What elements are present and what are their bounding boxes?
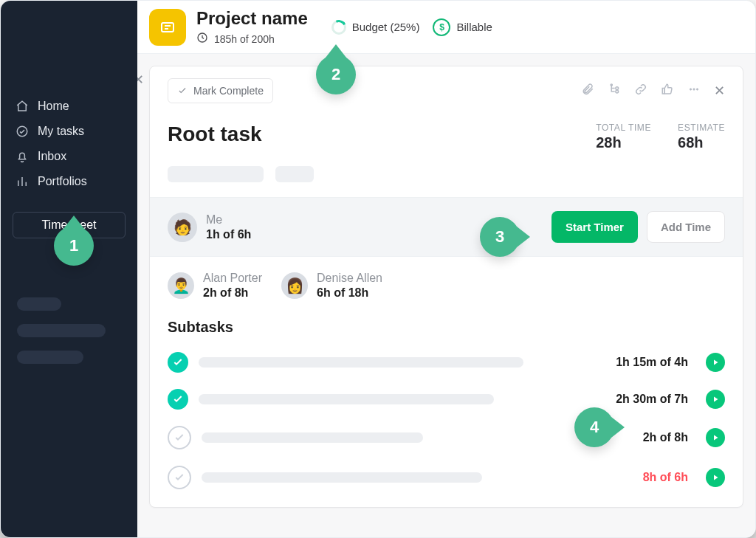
progress-ring-icon xyxy=(331,20,346,35)
collaborator: 👨‍🦱 Alan Porter 2h of 8h xyxy=(168,272,262,300)
collaborators: 👨‍🦱 Alan Porter 2h of 8h 👩 Denise Allen xyxy=(168,272,725,300)
attachment-icon[interactable] xyxy=(581,83,594,99)
assignee-row: 🧑 Me 1h of 6h Start Timer Add Time xyxy=(150,197,743,257)
close-pane-icon[interactable]: ✕ xyxy=(714,84,725,97)
subtask-title-skeleton xyxy=(202,472,482,483)
chip-billable: $ Billable xyxy=(433,18,492,36)
svg-point-6 xyxy=(690,89,691,90)
chip-budget: Budget (25%) xyxy=(331,20,420,35)
assignee-time: 1h of 6h xyxy=(206,228,251,241)
subtask-icon[interactable] xyxy=(608,83,621,99)
sidebar-nav: Home My tasks Inbox xyxy=(1,89,137,201)
sidebar-skeleton xyxy=(1,297,137,364)
close-icon[interactable]: ✕ xyxy=(137,72,144,88)
subtask-title-skeleton xyxy=(202,432,423,443)
estimate-stat: ESTIMATE 68h xyxy=(678,123,725,151)
play-icon[interactable] xyxy=(706,390,725,409)
avatar: 👨‍🦱 xyxy=(168,272,194,299)
callout-2: 2 xyxy=(316,55,356,94)
callout-4: 4 xyxy=(574,407,614,447)
bell-icon xyxy=(16,150,29,163)
play-icon[interactable] xyxy=(706,428,725,447)
check-todo-icon[interactable] xyxy=(168,466,191,489)
svg-point-7 xyxy=(693,89,695,90)
svg-point-5 xyxy=(616,90,619,93)
callout-3: 3 xyxy=(480,217,520,257)
thumbs-up-icon[interactable] xyxy=(661,83,674,99)
svg-rect-1 xyxy=(162,23,173,32)
assignee-name: Me xyxy=(206,213,251,227)
sidebar-item-label: Home xyxy=(38,100,69,113)
sidebar-item-label: Inbox xyxy=(38,150,66,163)
bars-icon xyxy=(16,175,29,188)
svg-point-4 xyxy=(616,87,619,90)
sidebar-item-portfolios[interactable]: Portfolios xyxy=(1,169,137,194)
avatar: 🧑 xyxy=(168,213,197,242)
subtask-row[interactable]: 2h of 8h xyxy=(168,426,725,449)
project-title: Project name xyxy=(196,8,308,29)
avatar: 👩 xyxy=(281,272,308,299)
link-icon[interactable] xyxy=(634,83,647,99)
dollar-icon: $ xyxy=(433,18,450,36)
subtasks-heading: Subtasks xyxy=(168,319,725,336)
subtask-row[interactable]: 1h 15m of 4h xyxy=(168,352,725,373)
mark-complete-button[interactable]: Mark Complete xyxy=(168,78,273,103)
project-chips: Budget (25%) $ Billable xyxy=(331,18,492,36)
project-header: Project name 185h of 200h Budget (25%) xyxy=(137,1,755,54)
subtask-title-skeleton xyxy=(199,357,523,368)
sidebar-item-label: Portfolios xyxy=(38,175,87,188)
project-progress: 185h of 200h xyxy=(196,32,308,46)
sidebar-item-my-tasks[interactable]: My tasks xyxy=(1,119,137,144)
home-icon xyxy=(16,100,29,113)
sidebar: Home My tasks Inbox xyxy=(1,1,137,537)
clock-icon xyxy=(196,32,208,46)
total-time-stat: TOTAL TIME 28h xyxy=(596,123,651,151)
svg-point-8 xyxy=(696,89,698,90)
main: Project name 185h of 200h Budget (25%) xyxy=(137,1,755,537)
subtask-time: 2h 30m of 7h xyxy=(599,393,688,406)
callout-1: 1 xyxy=(54,226,94,266)
check-circle-icon xyxy=(16,125,29,138)
skeleton-row xyxy=(168,166,725,182)
content: ✕ Mark Complete xyxy=(137,54,755,537)
subtask-time: 8h of 6h xyxy=(599,471,688,484)
check-todo-icon[interactable] xyxy=(168,426,191,449)
task-card: Mark Complete ✕ xyxy=(149,66,743,508)
subtask-time: 1h 15m of 4h xyxy=(599,356,688,369)
more-icon[interactable] xyxy=(687,83,701,99)
task-actions: ✕ xyxy=(581,83,725,99)
check-done-icon[interactable] xyxy=(168,389,188,410)
add-time-button[interactable]: Add Time xyxy=(647,211,725,243)
subtask-row[interactable]: 2h 30m of 7h xyxy=(168,389,725,410)
start-timer-button[interactable]: Start Timer xyxy=(551,211,638,243)
sidebar-item-inbox[interactable]: Inbox xyxy=(1,144,137,169)
sidebar-item-label: My tasks xyxy=(38,125,84,138)
task-title: Root task xyxy=(168,123,262,146)
subtask-row[interactable]: 8h of 6h xyxy=(168,466,725,489)
subtask-title-skeleton xyxy=(199,394,494,404)
sidebar-item-home[interactable]: Home xyxy=(1,94,137,119)
play-icon[interactable] xyxy=(706,353,725,372)
play-icon[interactable] xyxy=(706,468,725,487)
svg-point-0 xyxy=(17,126,27,137)
check-done-icon[interactable] xyxy=(168,352,188,373)
project-icon xyxy=(149,9,186,46)
collaborator: 👩 Denise Allen 6h of 18h xyxy=(281,272,382,300)
